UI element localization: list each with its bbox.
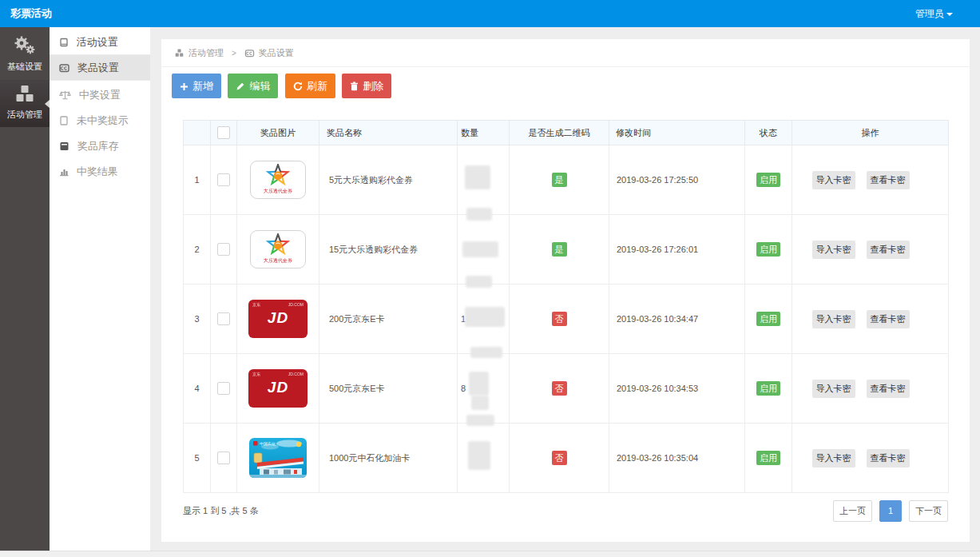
table-row-3: 3 京东JD.COM JD 200元京东E卡 1 否 2019-03-26 10… — [184, 284, 949, 354]
view-card-keys-button[interactable]: 查看卡密 — [867, 449, 910, 467]
refresh-icon — [293, 82, 303, 91]
qrcode-cell: 是 — [510, 215, 609, 284]
qrcode-badge: 否 — [552, 312, 567, 326]
chart-icon — [59, 167, 69, 177]
qrcode-cell: 否 — [510, 284, 609, 354]
toolbar: 新增 编辑 刷新 删除 — [161, 67, 970, 98]
qrcode-badge: 是 — [552, 242, 567, 257]
modified-time: 2019-03-26 10:34:53 — [609, 354, 745, 424]
submenu-item-prize-settings[interactable]: 奖品设置 — [50, 55, 150, 81]
import-card-keys-button[interactable]: 导入卡密 — [812, 380, 855, 398]
prize-image-sinopec: 中国石化 — [249, 438, 307, 478]
page-1-button[interactable]: 1 — [879, 500, 902, 522]
breadcrumb-activity-management[interactable]: 活动管理 — [188, 48, 224, 58]
qrcode-cell: 否 — [510, 354, 609, 424]
pagination: 上一页1下一页 — [826, 500, 948, 522]
prize-name: 200元京东E卡 — [319, 284, 458, 354]
status-cell: 启用 — [745, 145, 792, 215]
table-row-5: 5 中国石化 — [184, 424, 949, 493]
delete-button[interactable]: 删除 — [342, 74, 391, 98]
submenu-item-label: 活动设置 — [77, 36, 118, 48]
table-row-1: 1 大乐透代金券 5元大乐透购彩代金券 是 2019-03-26 17:25:5… — [184, 145, 949, 215]
prize-quantity: 1 — [458, 284, 510, 354]
submenu-item-winning-results[interactable]: 中奖结果 — [50, 159, 150, 185]
select-all-checkbox[interactable] — [217, 126, 230, 139]
user-menu[interactable]: 管理员 — [915, 0, 953, 27]
row-index: 5 — [184, 424, 211, 493]
modified-time: 2019-03-26 10:34:47 — [609, 284, 745, 354]
row-checkbox[interactable] — [217, 243, 230, 256]
status-badge: 启用 — [756, 381, 780, 396]
header-checkbox-cell — [211, 121, 237, 145]
breadcrumb-separator: > — [232, 49, 236, 58]
submenu-item-no-win-prompt[interactable]: 未中奖提示 — [50, 108, 150, 133]
row-index: 2 — [184, 215, 211, 284]
user-name: 管理员 — [915, 8, 944, 19]
submenu-item-label: 中奖结果 — [77, 165, 118, 177]
header-actions: 操作 — [792, 121, 949, 145]
import-card-keys-button[interactable]: 导入卡密 — [812, 171, 855, 189]
header-prize-name: 奖品名称 — [319, 121, 458, 145]
view-card-keys-button[interactable]: 查看卡密 — [867, 310, 910, 328]
actions-cell: 导入卡密查看卡密 — [792, 145, 949, 215]
actions-cell: 导入卡密查看卡密 — [792, 424, 949, 493]
horizontal-scrollbar[interactable] — [0, 551, 980, 557]
cubes-icon — [174, 49, 184, 58]
import-card-keys-button[interactable]: 导入卡密 — [812, 449, 855, 467]
sidebar-item-basic-settings[interactable]: 基础设置 — [0, 27, 50, 80]
prize-image-jd: 京东JD.COM JD — [248, 369, 307, 408]
chevron-down-icon — [946, 13, 953, 16]
picture-icon — [244, 49, 255, 58]
qrcode-cell: 否 — [510, 424, 609, 493]
status-cell: 启用 — [745, 284, 792, 354]
view-card-keys-button[interactable]: 查看卡密 — [867, 380, 910, 398]
sidebar-item-activity-management[interactable]: 活动管理 — [0, 80, 50, 127]
submenu-item-winning-settings[interactable]: 中奖设置 — [50, 82, 150, 108]
prize-name: 500元京东E卡 — [319, 354, 458, 424]
status-badge: 启用 — [756, 312, 780, 326]
record-summary: 显示 1 到 5 ,共 5 条 — [183, 500, 259, 522]
row-checkbox[interactable] — [217, 173, 230, 186]
view-card-keys-button[interactable]: 查看卡密 — [867, 171, 910, 189]
submenu-item-label: 奖品设置 — [77, 62, 119, 74]
submenu: 活动设置 奖品设置 中奖设置 未中奖提示 奖品库存 中奖结果 — [50, 27, 150, 551]
prize-quantity — [458, 424, 510, 493]
header-prize-image: 奖品图片 — [237, 121, 319, 145]
sidebar-item-label: 基础设置 — [0, 61, 50, 73]
row-checkbox[interactable] — [217, 452, 230, 464]
import-card-keys-button[interactable]: 导入卡密 — [812, 241, 855, 259]
header-status: 状态 — [745, 121, 792, 145]
view-card-keys-button[interactable]: 查看卡密 — [867, 241, 910, 259]
file-icon — [59, 116, 69, 125]
prize-table: 奖品图片 奖品名称 数量 是否生成二维码 修改时间 状态 操作 1 大乐透代金券 — [183, 120, 949, 493]
prize-quantity: 8 — [458, 354, 510, 424]
status-cell: 启用 — [745, 424, 792, 493]
header-index — [184, 121, 211, 145]
submenu-item-prize-inventory[interactable]: 奖品库存 — [50, 133, 150, 159]
table-header-row: 奖品图片 奖品名称 数量 是否生成二维码 修改时间 状态 操作 — [184, 121, 949, 145]
row-checkbox[interactable] — [217, 382, 230, 395]
trash-icon — [350, 82, 359, 91]
refresh-button[interactable]: 刷新 — [285, 74, 335, 98]
breadcrumb: 活动管理>奖品设置 — [161, 39, 970, 67]
prize-table-wrap: 奖品图片 奖品名称 数量 是否生成二维码 修改时间 状态 操作 1 大乐透代金券 — [183, 120, 948, 493]
actions-cell: 导入卡密查看卡密 — [792, 284, 949, 354]
add-button[interactable]: 新增 — [172, 74, 221, 98]
icon-sidebar: 基础设置 活动管理 — [0, 27, 50, 551]
inventory-icon — [59, 141, 69, 151]
next-page-button[interactable]: 下一页 — [909, 500, 948, 522]
prize-name: 5元大乐透购彩代金券 — [319, 145, 458, 215]
row-index: 3 — [184, 284, 211, 354]
prev-page-button[interactable]: 上一页 — [833, 500, 872, 522]
header-modified-time: 修改时间 — [609, 121, 745, 145]
submenu-item-activity-settings[interactable]: 活动设置 — [50, 30, 150, 55]
row-checkbox[interactable] — [217, 312, 230, 325]
import-card-keys-button[interactable]: 导入卡密 — [812, 310, 855, 328]
modified-time: 2019-03-26 17:26:01 — [609, 215, 745, 284]
prize-quantity — [458, 145, 510, 215]
actions-cell: 导入卡密查看卡密 — [792, 354, 949, 424]
main-area: 活动管理>奖品设置 新增 编辑 刷新 删除 奖品图片 奖品名称 数量 是否生成二 — [150, 27, 980, 551]
edit-button[interactable]: 编辑 — [228, 74, 278, 98]
status-badge: 启用 — [756, 451, 780, 465]
qrcode-badge: 否 — [552, 381, 567, 396]
